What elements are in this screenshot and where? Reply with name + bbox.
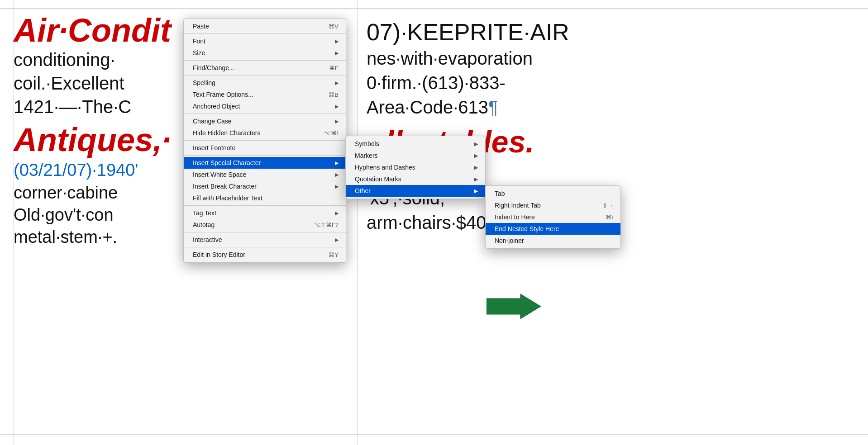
context-menu-container: Paste ⌘V Font ▶ Size ▶ Find/Change... ⌘F: [183, 18, 346, 263]
menu-separator-9: [184, 247, 346, 247]
menu-item-paste-shortcut: ⌘V: [329, 23, 339, 30]
menu-item-insert-special-char[interactable]: Insert Special Character ▶: [184, 157, 346, 169]
menu-item-insert-special-char-label: Insert Special Character: [193, 159, 261, 166]
doc-right-line4: Area·Code·613¶: [367, 95, 846, 119]
menu-item-fill-placeholder-label: Fill with Placeholder Text: [193, 194, 262, 202]
menu-item-find-change[interactable]: Find/Change... ⌘F: [184, 62, 346, 74]
menu-item-interactive[interactable]: Interactive ▶: [184, 234, 346, 246]
menu-item-size[interactable]: Size ▶: [184, 47, 346, 59]
doc-headline1: Air·Condit: [14, 14, 167, 48]
menu-item-font[interactable]: Font ▶: [184, 35, 346, 47]
submenu2-item-other[interactable]: Other ▶: [346, 185, 485, 197]
menu-item-edit-story-editor[interactable]: Edit in Story Editor ⌘Y: [184, 249, 346, 260]
submenu3-item-indent-to-here-shortcut: ⌘\: [606, 214, 613, 221]
doc-left-text: Air·Condit conditioning· coil.·Excellent…: [0, 0, 181, 445]
submenu2-item-symbols-label: Symbols: [355, 140, 379, 147]
menu-item-spelling-label: Spelling: [193, 79, 215, 86]
submenu3-item-end-nested-style[interactable]: End Nested Style Here: [486, 223, 620, 235]
submenu3-item-right-indent-tab-label: Right Indent Tab: [495, 202, 541, 209]
menu-item-insert-footnote-label: Insert Footnote: [193, 144, 235, 151]
menu-item-insert-white-space-label: Insert White Space: [193, 171, 246, 178]
menu-separator-2: [184, 60, 346, 61]
menu-item-edit-story-editor-shortcut: ⌘Y: [329, 251, 339, 258]
submenu-arrow-spelling: ▶: [335, 80, 339, 86]
submenu3-item-tab-label: Tab: [495, 190, 505, 197]
menu-item-change-case-label: Change Case: [193, 118, 232, 125]
submenu2-item-symbols[interactable]: Symbols ▶: [346, 138, 485, 150]
submenu2-arrow-hyphens: ▶: [474, 165, 478, 170]
document-page: Air·Condit conditioning· coil.·Excellent…: [0, 0, 868, 445]
submenu3-item-right-indent-tab-shortcut: ⇧→: [602, 202, 613, 209]
doc-right-line3: 0·firm.·(613)·833-: [367, 71, 846, 95]
menu-item-font-label: Font: [193, 38, 205, 45]
menu-item-text-frame-options-label: Text Frame Options...: [193, 91, 253, 98]
submenu2-item-quotation-marks[interactable]: Quotation Marks ▶: [346, 173, 485, 185]
doc-body3: 1421·—·The·C: [14, 95, 167, 118]
submenu2-item-other-label: Other: [355, 187, 371, 194]
submenu2-arrow-other: ▶: [474, 188, 478, 194]
submenu3-item-non-joiner[interactable]: Non-joiner: [486, 235, 620, 246]
submenu2-item-markers[interactable]: Markers ▶: [346, 150, 485, 161]
doc-body2: coil.·Excellent: [14, 71, 167, 95]
menu-item-anchored-object[interactable]: Anchored Object ▶: [184, 100, 346, 112]
menu-item-insert-break-char[interactable]: Insert Break Character ▶: [184, 180, 346, 192]
menu-item-autotag[interactable]: Autotag ⌥⇧⌘F7: [184, 219, 346, 231]
submenu2-item-markers-label: Markers: [355, 152, 378, 159]
submenu3-item-right-indent-tab[interactable]: Right Indent Tab ⇧→: [486, 199, 620, 211]
menu-item-find-change-label: Find/Change...: [193, 64, 234, 71]
menu-item-autotag-shortcut: ⌥⇧⌘F7: [314, 222, 339, 228]
menu-item-change-case[interactable]: Change Case ▶: [184, 115, 346, 127]
submenu-arrow-change-case: ▶: [335, 118, 339, 124]
menu-item-insert-break-char-label: Insert Break Character: [193, 183, 257, 190]
doc-right-line2: nes·with·evaporation: [367, 46, 846, 71]
submenu-arrow-insert-break: ▶: [335, 184, 339, 189]
menu-item-tag-text[interactable]: Tag Text ▶: [184, 207, 346, 219]
doc-body5: Old·gov't·con: [14, 204, 167, 226]
menu-item-insert-footnote[interactable]: Insert Footnote: [184, 142, 346, 154]
submenu2-arrow-markers: ▶: [474, 153, 478, 159]
svg-marker-0: [486, 294, 541, 319]
menu-item-fill-placeholder[interactable]: Fill with Placeholder Text: [184, 192, 346, 204]
menu-item-paste[interactable]: Paste ⌘V: [184, 20, 346, 32]
menu-item-text-frame-options[interactable]: Text Frame Options... ⌘B: [184, 89, 346, 100]
submenu-insert-special-char: Symbols ▶ Markers ▶ Hyphens and Dashes ▶…: [345, 136, 486, 199]
submenu-arrow-size: ▶: [335, 50, 339, 56]
doc-right-line1: 07)·KEEPRITE·AIR: [367, 18, 846, 46]
menu-item-insert-white-space[interactable]: Insert White Space ▶: [184, 169, 346, 180]
menu-item-autotag-label: Autotag: [193, 221, 215, 228]
submenu-arrow-interactive: ▶: [335, 237, 339, 243]
submenu3-item-indent-to-here[interactable]: Indent to Here ⌘\: [486, 211, 620, 223]
submenu-other: Tab Right Indent Tab ⇧→ Indent to Here ⌘…: [485, 185, 621, 249]
submenu3-item-indent-to-here-label: Indent to Here: [495, 213, 535, 221]
doc-body4: corner·cabine: [14, 182, 167, 204]
menu-item-anchored-object-label: Anchored Object: [193, 103, 240, 110]
submenu2-item-quotation-marks-label: Quotation Marks: [355, 175, 401, 183]
submenu2-item-hyphens-dashes[interactable]: Hyphens and Dashes ▶: [346, 161, 485, 173]
submenu-arrow-font: ▶: [335, 38, 339, 44]
menu-item-interactive-label: Interactive: [193, 236, 222, 243]
menu-item-text-frame-options-shortcut: ⌘B: [329, 91, 339, 98]
menu-separator-6: [184, 155, 346, 156]
menu-separator-4: [184, 114, 346, 114]
menu-item-paste-label: Paste: [193, 23, 209, 30]
doc-body1: conditioning·: [14, 48, 167, 71]
submenu3-item-tab[interactable]: Tab: [486, 188, 620, 199]
submenu2-arrow-symbols: ▶: [474, 141, 478, 147]
menu-item-find-change-shortcut: ⌘F: [329, 65, 339, 71]
menu-item-edit-story-editor-label: Edit in Story Editor: [193, 251, 245, 258]
submenu2-arrow-quotation: ▶: [474, 176, 478, 182]
menu-item-spelling[interactable]: Spelling ▶: [184, 77, 346, 89]
menu-item-size-label: Size: [193, 49, 205, 57]
menu-item-hide-hidden-chars[interactable]: Hide Hidden Characters ⌥⌘I: [184, 127, 346, 139]
doc-headline2: Antiques,·: [14, 123, 167, 157]
menu-separator-1: [184, 33, 346, 34]
menu-item-hide-hidden-chars-shortcut: ⌥⌘I: [324, 130, 339, 137]
submenu-arrow-insert-white-space: ▶: [335, 172, 339, 178]
submenu3-item-end-nested-style-label: End Nested Style Here: [495, 225, 559, 232]
doc-blue-date: (03/21/07)·1940': [14, 159, 167, 181]
green-arrow-indicator: [486, 294, 541, 319]
submenu-arrow-insert-special: ▶: [335, 160, 339, 166]
menu-separator-3: [184, 75, 346, 76]
menu-separator-7: [184, 205, 346, 206]
submenu2-item-hyphens-dashes-label: Hyphens and Dashes: [355, 164, 415, 171]
